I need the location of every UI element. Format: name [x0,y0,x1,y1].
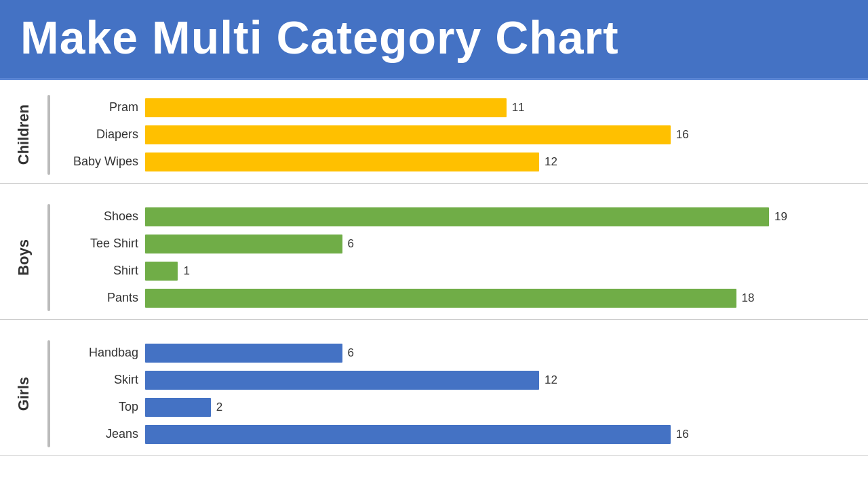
bar-container: 2 [145,396,854,418]
bar [145,371,539,390]
bar-value-label: 6 [348,346,354,360]
items-col-boys: Shoes19Tee Shirt6Shirt1Pants18 [50,201,868,314]
bar-row: Pants18 [57,285,854,311]
bar-row: Shoes19 [57,204,854,230]
bar [145,235,342,253]
bar-value-label: 12 [545,373,557,387]
bar-container: 19 [145,206,854,228]
bar-container: 11 [145,97,854,119]
bar-container: 1 [145,260,854,282]
items-col-children: Pram11Diapers16Baby Wipes12 [50,92,868,178]
bar-container: 6 [145,342,854,364]
bar-value-label: 18 [742,291,755,305]
category-section-girls: GirlsHandbag6Skirt12Top2Jeans16 [0,332,868,456]
bar-container: 6 [145,233,854,255]
bar-item-label: Shirt [57,264,145,278]
bar [145,98,507,117]
bar-item-label: Jeans [57,427,145,441]
category-label-girls: Girls [15,377,33,411]
bar-row: Handbag6 [57,340,854,366]
category-label-col-children: Children [0,92,47,178]
items-col-girls: Handbag6Skirt12Top2Jeans16 [50,338,868,450]
bar-item-label: Diapers [57,127,145,142]
bar-item-label: Skirt [57,373,145,387]
bar-container: 18 [145,287,854,309]
bar-item-label: Baby Wipes [57,155,145,169]
bar-row: Shirt1 [57,258,854,284]
bar [145,207,769,226]
bar [145,152,539,171]
bar-value-label: 16 [676,128,689,142]
bar-value-label: 1 [183,264,189,278]
category-section-children: ChildrenPram11Diapers16Baby Wipes12 [0,87,868,184]
bar-item-label: Shoes [57,209,145,224]
bar-item-label: Pram [57,100,145,115]
bar-container: 12 [145,151,854,173]
category-spacer [0,320,868,332]
bar-row: Jeans16 [57,422,854,447]
bar-container: 12 [145,369,854,391]
bar-value-label: 19 [774,210,787,224]
bar-container: 16 [145,124,854,146]
bar-row: Skirt12 [57,367,854,393]
bar-row: Tee Shirt6 [57,231,854,257]
bar-value-label: 12 [545,155,557,169]
bar [145,125,671,144]
bar-row: Top2 [57,394,854,420]
bar-value-label: 16 [676,428,689,441]
category-label-col-boys: Boys [0,201,47,314]
bar [145,344,342,363]
bar-row: Baby Wipes12 [57,149,854,175]
bar-item-label: Top [57,400,145,414]
header: Make Multi Category Chart [0,0,868,80]
bar-value-label: 11 [512,101,525,115]
category-section-boys: BoysShoes19Tee Shirt6Shirt1Pants18 [0,196,868,320]
bar [145,398,211,417]
bar-row: Pram11 [57,95,854,121]
header-title: Make Multi Category Chart [20,12,848,63]
bar-item-label: Pants [57,291,145,305]
category-spacer [0,184,868,196]
bar-container: 16 [145,424,854,445]
bar [145,425,671,444]
bar-value-label: 2 [216,401,222,414]
bar-item-label: Handbag [57,346,145,360]
bar-item-label: Tee Shirt [57,237,145,251]
category-label-children: Children [15,104,33,165]
category-label-col-girls: Girls [0,338,47,450]
bar-value-label: 6 [348,237,354,251]
chart-area: ChildrenPram11Diapers16Baby Wipes12BoysS… [0,80,868,480]
bar-row: Diapers16 [57,122,854,148]
bar [145,289,736,308]
category-label-boys: Boys [15,239,33,276]
bar [145,262,178,281]
